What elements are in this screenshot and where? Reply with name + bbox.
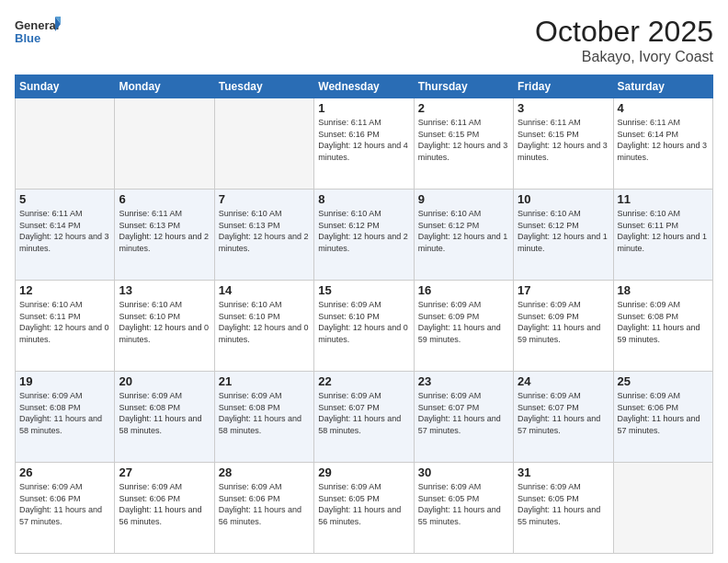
day-number: 31: [518, 465, 609, 479]
day-info: Sunrise: 6:10 AMSunset: 6:11 PMDaylight:…: [19, 299, 110, 345]
day-info: Sunrise: 6:09 AMSunset: 6:08 PMDaylight:…: [219, 390, 310, 436]
day-number: 20: [119, 374, 210, 388]
calendar-cell: 24Sunrise: 6:09 AMSunset: 6:07 PMDayligh…: [514, 372, 613, 463]
day-info: Sunrise: 6:09 AMSunset: 6:08 PMDaylight:…: [19, 390, 110, 436]
calendar-week-row: 12Sunrise: 6:10 AMSunset: 6:11 PMDayligh…: [16, 281, 713, 372]
day-info: Sunrise: 6:11 AMSunset: 6:14 PMDaylight:…: [19, 208, 110, 254]
day-number: 26: [19, 465, 110, 479]
day-number: 25: [618, 374, 709, 388]
calendar-cell: 22Sunrise: 6:09 AMSunset: 6:07 PMDayligh…: [314, 372, 414, 463]
weekday-header-tuesday: Tuesday: [214, 75, 313, 98]
day-info: Sunrise: 6:09 AMSunset: 6:09 PMDaylight:…: [418, 299, 509, 345]
day-number: 7: [219, 192, 310, 206]
calendar-cell: 27Sunrise: 6:09 AMSunset: 6:06 PMDayligh…: [115, 463, 214, 554]
day-number: 22: [318, 374, 409, 388]
day-info: Sunrise: 6:10 AMSunset: 6:11 PMDaylight:…: [618, 208, 709, 254]
calendar-cell: [16, 98, 115, 190]
day-info: Sunrise: 6:11 AMSunset: 6:14 PMDaylight:…: [618, 117, 709, 163]
day-number: 14: [219, 283, 310, 297]
day-number: 27: [119, 465, 210, 479]
day-info: Sunrise: 6:09 AMSunset: 6:06 PMDaylight:…: [19, 481, 110, 527]
calendar-week-row: 5Sunrise: 6:11 AMSunset: 6:14 PMDaylight…: [16, 190, 713, 281]
day-number: 6: [119, 192, 210, 206]
svg-text:General: General: [15, 18, 59, 32]
calendar-cell: 12Sunrise: 6:10 AMSunset: 6:11 PMDayligh…: [16, 281, 115, 372]
calendar-cell: 18Sunrise: 6:09 AMSunset: 6:08 PMDayligh…: [613, 281, 712, 372]
day-info: Sunrise: 6:10 AMSunset: 6:10 PMDaylight:…: [219, 299, 310, 345]
day-number: 5: [19, 192, 110, 206]
day-info: Sunrise: 6:11 AMSunset: 6:13 PMDaylight:…: [119, 208, 210, 254]
calendar-cell: 31Sunrise: 6:09 AMSunset: 6:05 PMDayligh…: [514, 463, 613, 554]
weekday-header-monday: Monday: [115, 75, 214, 98]
calendar-cell: 9Sunrise: 6:10 AMSunset: 6:12 PMDaylight…: [414, 190, 513, 281]
calendar-cell: 19Sunrise: 6:09 AMSunset: 6:08 PMDayligh…: [16, 372, 115, 463]
calendar-cell: 4Sunrise: 6:11 AMSunset: 6:14 PMDaylight…: [613, 98, 712, 190]
calendar-cell: 17Sunrise: 6:09 AMSunset: 6:09 PMDayligh…: [514, 281, 613, 372]
day-number: 16: [418, 283, 509, 297]
calendar-cell: 25Sunrise: 6:09 AMSunset: 6:06 PMDayligh…: [613, 372, 712, 463]
day-number: 30: [418, 465, 509, 479]
calendar-cell: 23Sunrise: 6:09 AMSunset: 6:07 PMDayligh…: [414, 372, 513, 463]
calendar-cell: [214, 98, 313, 190]
calendar-week-row: 19Sunrise: 6:09 AMSunset: 6:08 PMDayligh…: [16, 372, 713, 463]
calendar-cell: 28Sunrise: 6:09 AMSunset: 6:06 PMDayligh…: [214, 463, 313, 554]
calendar-cell: 26Sunrise: 6:09 AMSunset: 6:06 PMDayligh…: [16, 463, 115, 554]
calendar-cell: 11Sunrise: 6:10 AMSunset: 6:11 PMDayligh…: [613, 190, 712, 281]
page: General Blue October 2025 Bakayo, Ivory …: [0, 0, 728, 563]
day-number: 3: [518, 101, 609, 115]
calendar-cell: [613, 463, 712, 554]
day-info: Sunrise: 6:10 AMSunset: 6:12 PMDaylight:…: [418, 208, 509, 254]
day-number: 12: [19, 283, 110, 297]
day-info: Sunrise: 6:09 AMSunset: 6:07 PMDaylight:…: [318, 390, 409, 436]
calendar-week-row: 26Sunrise: 6:09 AMSunset: 6:06 PMDayligh…: [16, 463, 713, 554]
calendar-cell: 10Sunrise: 6:10 AMSunset: 6:12 PMDayligh…: [514, 190, 613, 281]
weekday-header-row: SundayMondayTuesdayWednesdayThursdayFrid…: [16, 75, 713, 98]
day-number: 18: [618, 283, 709, 297]
day-number: 11: [618, 192, 709, 206]
day-number: 24: [518, 374, 609, 388]
day-info: Sunrise: 6:10 AMSunset: 6:10 PMDaylight:…: [119, 299, 210, 345]
day-number: 23: [418, 374, 509, 388]
day-number: 15: [318, 283, 409, 297]
day-info: Sunrise: 6:09 AMSunset: 6:05 PMDaylight:…: [318, 481, 409, 527]
weekday-header-friday: Friday: [514, 75, 613, 98]
day-number: 1: [318, 101, 409, 115]
day-info: Sunrise: 6:09 AMSunset: 6:10 PMDaylight:…: [318, 299, 409, 345]
day-number: 4: [618, 101, 709, 115]
day-info: Sunrise: 6:11 AMSunset: 6:15 PMDaylight:…: [418, 117, 509, 163]
calendar-cell: 21Sunrise: 6:09 AMSunset: 6:08 PMDayligh…: [214, 372, 313, 463]
calendar-cell: 29Sunrise: 6:09 AMSunset: 6:05 PMDayligh…: [314, 463, 414, 554]
calendar-cell: 20Sunrise: 6:09 AMSunset: 6:08 PMDayligh…: [115, 372, 214, 463]
header: General Blue October 2025 Bakayo, Ivory …: [15, 15, 713, 65]
weekday-header-sunday: Sunday: [16, 75, 115, 98]
calendar-cell: 5Sunrise: 6:11 AMSunset: 6:14 PMDaylight…: [16, 190, 115, 281]
page-subtitle: Bakayo, Ivory Coast: [535, 49, 713, 65]
weekday-header-wednesday: Wednesday: [314, 75, 414, 98]
day-info: Sunrise: 6:09 AMSunset: 6:09 PMDaylight:…: [518, 299, 609, 345]
day-info: Sunrise: 6:09 AMSunset: 6:06 PMDaylight:…: [618, 390, 709, 436]
day-number: 8: [318, 192, 409, 206]
day-info: Sunrise: 6:09 AMSunset: 6:07 PMDaylight:…: [418, 390, 509, 436]
day-number: 28: [219, 465, 310, 479]
calendar-cell: 8Sunrise: 6:10 AMSunset: 6:12 PMDaylight…: [314, 190, 414, 281]
day-info: Sunrise: 6:10 AMSunset: 6:12 PMDaylight:…: [518, 208, 609, 254]
calendar-cell: 13Sunrise: 6:10 AMSunset: 6:10 PMDayligh…: [115, 281, 214, 372]
day-number: 29: [318, 465, 409, 479]
calendar-cell: [115, 98, 214, 190]
day-info: Sunrise: 6:09 AMSunset: 6:06 PMDaylight:…: [119, 481, 210, 527]
calendar-cell: 15Sunrise: 6:09 AMSunset: 6:10 PMDayligh…: [314, 281, 414, 372]
calendar-cell: 14Sunrise: 6:10 AMSunset: 6:10 PMDayligh…: [214, 281, 313, 372]
day-info: Sunrise: 6:11 AMSunset: 6:15 PMDaylight:…: [518, 117, 609, 163]
svg-text:Blue: Blue: [15, 31, 40, 45]
calendar-cell: 3Sunrise: 6:11 AMSunset: 6:15 PMDaylight…: [514, 98, 613, 190]
day-info: Sunrise: 6:09 AMSunset: 6:05 PMDaylight:…: [418, 481, 509, 527]
calendar-cell: 30Sunrise: 6:09 AMSunset: 6:05 PMDayligh…: [414, 463, 513, 554]
day-info: Sunrise: 6:09 AMSunset: 6:07 PMDaylight:…: [518, 390, 609, 436]
day-number: 21: [219, 374, 310, 388]
day-number: 19: [19, 374, 110, 388]
day-number: 17: [518, 283, 609, 297]
calendar-week-row: 1Sunrise: 6:11 AMSunset: 6:16 PMDaylight…: [16, 98, 713, 190]
day-number: 13: [119, 283, 210, 297]
day-number: 9: [418, 192, 509, 206]
day-number: 2: [418, 101, 509, 115]
